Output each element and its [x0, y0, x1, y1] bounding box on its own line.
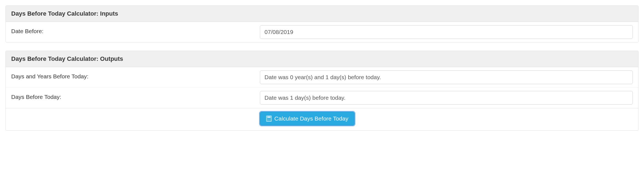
days-row: Days Before Today:: [6, 88, 638, 108]
outputs-panel-body: Days and Years Before Today: Days Before…: [6, 67, 638, 130]
outputs-panel-header: Days Before Today Calculator: Outputs: [6, 51, 638, 67]
inputs-panel-body: Date Before:: [6, 22, 638, 42]
days-wrap: [260, 91, 633, 105]
inputs-panel: Days Before Today Calculator: Inputs Dat…: [5, 5, 639, 42]
inputs-panel-header: Days Before Today Calculator: Inputs: [6, 6, 638, 22]
outputs-panel: Days Before Today Calculator: Outputs Da…: [5, 51, 639, 131]
button-row: Calculate Days Before Today: [6, 108, 638, 130]
days-label: Days Before Today:: [11, 91, 260, 100]
calculate-button[interactable]: Calculate Days Before Today: [260, 112, 355, 125]
days-years-wrap: [260, 70, 633, 84]
date-before-label: Date Before:: [11, 25, 260, 35]
days-output[interactable]: [260, 91, 633, 105]
svg-rect-1: [267, 117, 271, 118]
calculate-button-label: Calculate Days Before Today: [274, 115, 348, 122]
date-before-row: Date Before:: [6, 22, 638, 42]
days-years-label: Days and Years Before Today:: [11, 70, 260, 80]
days-years-output[interactable]: [260, 70, 633, 84]
date-before-input[interactable]: [260, 25, 633, 39]
days-years-row: Days and Years Before Today:: [6, 67, 638, 88]
calculator-icon: [266, 116, 272, 122]
date-before-wrap: [260, 25, 633, 39]
